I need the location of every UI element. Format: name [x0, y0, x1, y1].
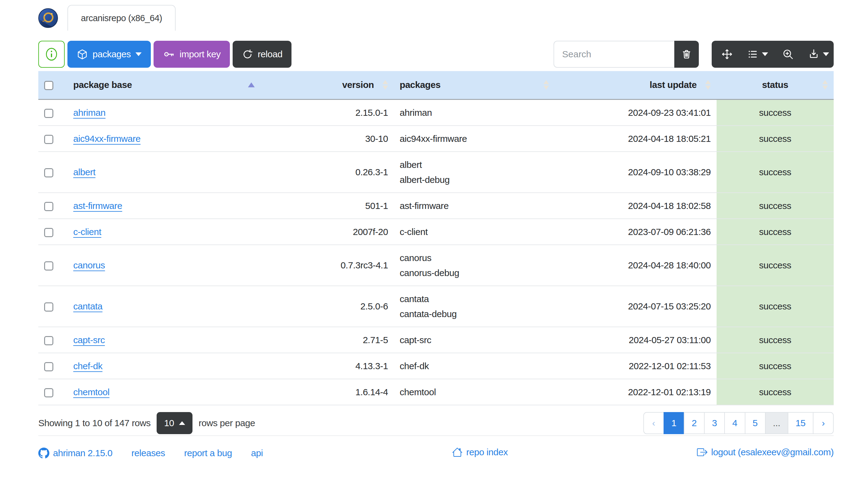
sort-icon	[705, 80, 711, 90]
row-checkbox[interactable]	[44, 362, 53, 371]
package-base-link[interactable]: ast-firmware	[73, 201, 122, 211]
package-version: 2007f-20	[260, 219, 394, 245]
package-names: ahriman	[394, 99, 555, 126]
home-icon	[452, 447, 463, 457]
status-cell: success	[717, 152, 834, 193]
package-version: 2.15.0-1	[260, 99, 394, 126]
reload-button[interactable]: reload	[232, 41, 292, 68]
package-box-icon	[76, 49, 88, 60]
packages-table: package base version packages last updat…	[38, 71, 834, 405]
row-checkbox[interactable]	[44, 336, 53, 345]
status-badge: success	[759, 361, 791, 371]
repository-tab[interactable]: arcanisrepo (x86_64)	[67, 5, 176, 31]
status-cell: success	[717, 126, 834, 152]
package-names: chef-dk	[394, 353, 555, 379]
clear-search-button[interactable]	[674, 41, 699, 68]
table-row: capt-src 2.71-5 capt-src 2024-05-27 03:1…	[38, 327, 834, 353]
package-base-link[interactable]: albert	[73, 167, 95, 177]
sort-icon	[544, 80, 549, 90]
page-button[interactable]: 1	[663, 412, 684, 434]
status-badge: success	[759, 201, 791, 211]
page-button[interactable]: 5	[745, 412, 766, 434]
select-all-header	[38, 71, 67, 99]
packages-button-label: packages	[93, 49, 131, 59]
package-base-link[interactable]: capt-src	[73, 335, 105, 345]
last-update: 2024-09-23 03:41:01	[555, 99, 717, 126]
repo-index-link[interactable]: repo index	[452, 447, 508, 457]
package-names: capt-src	[394, 327, 555, 353]
last-update: 2024-07-15 03:25:20	[555, 286, 717, 327]
row-checkbox[interactable]	[44, 135, 53, 144]
select-all-checkbox[interactable]	[44, 81, 53, 90]
package-base-link[interactable]: cantata	[73, 301, 102, 311]
last-update: 2022-12-01 02:13:19	[555, 379, 717, 405]
row-checkbox[interactable]	[44, 202, 53, 211]
package-base-link[interactable]: canorus	[73, 260, 105, 270]
last-update: 2024-04-18 18:05:21	[555, 126, 717, 152]
package-version: 1.6.14-4	[260, 379, 394, 405]
page-button[interactable]: ‹	[643, 412, 664, 434]
column-header-status[interactable]: status	[717, 71, 834, 99]
search-input[interactable]	[554, 41, 674, 68]
package-version: 4.13.3-1	[260, 353, 394, 379]
page-button[interactable]: 2	[684, 412, 705, 434]
package-base-link[interactable]: ahriman	[73, 107, 105, 118]
package-base-link[interactable]: chef-dk	[73, 361, 102, 371]
status-cell: success	[717, 353, 834, 379]
packages-button[interactable]: packages	[67, 41, 151, 68]
logout-link[interactable]: logout (esalexeev@gmail.com)	[697, 447, 834, 457]
table-row: canorus 0.7.3rc3-4.1 canoruscanorus-debu…	[38, 245, 834, 286]
rows-per-page-value: 10	[164, 418, 174, 428]
package-names: ast-firmware	[394, 193, 555, 219]
masthead: arcanisrepo (x86_64)	[0, 0, 868, 31]
page-button[interactable]: 4	[724, 412, 745, 434]
table-row: chef-dk 4.13.3-1 chef-dk 2022-12-01 02:1…	[38, 353, 834, 379]
table-row: chemtool 1.6.14-4 chemtool 2022-12-01 02…	[38, 379, 834, 405]
column-header-package-base[interactable]: package base	[67, 71, 260, 99]
column-header-last-update[interactable]: last update	[555, 71, 717, 99]
status-cell: success	[717, 193, 834, 219]
rows-per-page-button[interactable]: 10	[157, 412, 192, 434]
last-update: 2024-04-28 18:40:00	[555, 245, 717, 286]
fullscreen-button[interactable]	[712, 41, 742, 68]
api-link[interactable]: api	[251, 448, 263, 458]
version-link[interactable]: ahriman 2.15.0	[38, 448, 113, 459]
table-controls-group	[712, 41, 834, 68]
page-button[interactable]: 3	[704, 412, 725, 434]
page-button[interactable]: ...	[765, 412, 788, 434]
export-button[interactable]	[803, 41, 834, 68]
row-checkbox[interactable]	[44, 261, 53, 270]
page-button[interactable]: ›	[813, 412, 834, 434]
package-base-link[interactable]: c-client	[73, 227, 101, 237]
status-cell: success	[717, 286, 834, 327]
row-checkbox[interactable]	[44, 228, 53, 237]
status-cell: success	[717, 99, 834, 126]
import-key-button[interactable]: import key	[154, 41, 230, 68]
package-version: 0.7.3rc3-4.1	[260, 245, 394, 286]
columns-toggle-button[interactable]	[742, 41, 773, 68]
package-names: cantatacantata-debug	[394, 286, 555, 327]
status-cell: success	[717, 379, 834, 405]
column-header-packages[interactable]: packages	[394, 71, 555, 99]
row-checkbox[interactable]	[44, 168, 53, 178]
column-header-version[interactable]: version	[260, 71, 394, 99]
package-version: 2.71-5	[260, 327, 394, 353]
row-checkbox[interactable]	[44, 302, 53, 312]
package-names: canoruscanorus-debug	[394, 245, 555, 286]
releases-link[interactable]: releases	[131, 448, 165, 458]
last-update: 2022-12-01 02:11:53	[555, 353, 717, 379]
report-bug-link[interactable]: report a bug	[184, 448, 232, 458]
package-base-link[interactable]: chemtool	[73, 387, 110, 397]
table-body: ahriman 2.15.0-1 ahriman 2024-09-23 03:4…	[38, 99, 834, 405]
info-button[interactable]	[38, 41, 65, 68]
footer: ahriman 2.15.0 releases report a bug api…	[38, 447, 834, 459]
row-checkbox[interactable]	[44, 109, 53, 118]
pagination-summary: Showing 1 to 10 of 147 rows	[38, 418, 151, 428]
key-icon	[163, 48, 175, 60]
package-base-link[interactable]: aic94xx-firmware	[73, 134, 141, 144]
footer-divider	[38, 435, 834, 436]
row-checkbox[interactable]	[44, 388, 53, 397]
toggle-search-button[interactable]	[773, 41, 803, 68]
page-button[interactable]: 15	[788, 412, 813, 434]
last-update: 2024-04-18 18:02:58	[555, 193, 717, 219]
